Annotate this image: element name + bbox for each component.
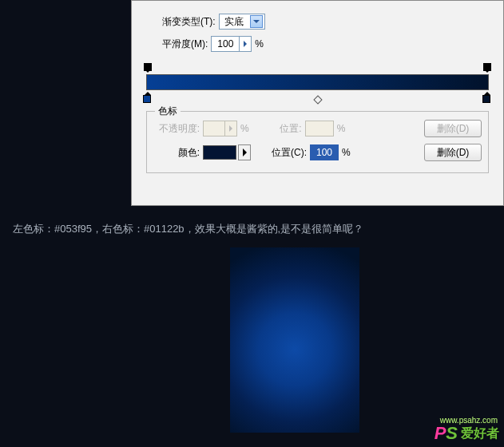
smoothness-spinner[interactable] xyxy=(239,36,252,52)
dropdown-arrow-icon xyxy=(250,15,263,28)
watermark-text: 爱好者 xyxy=(461,425,499,442)
color-stop-left[interactable] xyxy=(143,92,153,103)
gradient-editor-dialog: 渐变类型(T): 实底 平滑度(M): 100 % 色标 不透明度: % 位置:… xyxy=(131,0,504,206)
gradient-type-label: 渐变类型(T): xyxy=(162,15,216,29)
opacity-stop-left[interactable] xyxy=(143,63,153,73)
percent-label-4: % xyxy=(342,147,351,158)
gradient-type-dropdown[interactable]: 实底 xyxy=(219,14,265,30)
delete-button-bottom[interactable]: 删除(D) xyxy=(424,144,482,161)
gradient-bar[interactable] xyxy=(146,74,489,90)
watermark: PS 爱好者 xyxy=(435,423,499,444)
color-label: 颜色: xyxy=(153,146,200,160)
delete-button-top: 删除(D) xyxy=(424,120,482,137)
position-label-top: 位置: xyxy=(272,122,302,136)
stops-legend: 色标 xyxy=(155,105,181,118)
smoothness-label: 平滑度(M): xyxy=(162,38,208,51)
opacity-input xyxy=(203,121,225,136)
color-row: 颜色: 位置(C): 100 % 删除(D) xyxy=(153,144,482,161)
stops-fieldset: 色标 不透明度: % 位置: % 删除(D) 颜色: 位置(C): 100 % … xyxy=(146,111,489,173)
position-input-bottom[interactable]: 100 xyxy=(310,144,339,160)
position-label-bottom: 位置(C): xyxy=(265,146,307,160)
gradient-type-value: 实底 xyxy=(221,15,250,29)
opacity-row: 不透明度: % 位置: % 删除(D) xyxy=(153,120,482,137)
gradient-ramp[interactable] xyxy=(146,63,489,101)
opacity-spinner xyxy=(224,121,237,136)
percent-label: % xyxy=(255,38,264,49)
opacity-stop-right[interactable] xyxy=(482,63,492,73)
color-stop-right[interactable] xyxy=(482,92,492,103)
gradient-preview-image xyxy=(230,247,359,433)
watermark-logo: PS xyxy=(435,423,458,444)
opacity-label: 不透明度: xyxy=(153,122,200,136)
caption-text: 左色标：#053f95，右色标：#01122b，效果大概是酱紫的,是不是很简单呢… xyxy=(13,222,363,236)
percent-label-3: % xyxy=(337,123,346,134)
color-swatch[interactable] xyxy=(203,145,236,160)
smoothness-row: 平滑度(M): 100 % xyxy=(162,36,495,52)
gradient-type-row: 渐变类型(T): 实底 xyxy=(162,14,495,30)
position-input-top xyxy=(305,121,334,136)
midpoint-marker[interactable] xyxy=(313,95,322,104)
color-picker-button[interactable] xyxy=(238,144,251,160)
percent-label-2: % xyxy=(240,123,249,134)
smoothness-input[interactable]: 100 xyxy=(211,36,240,52)
